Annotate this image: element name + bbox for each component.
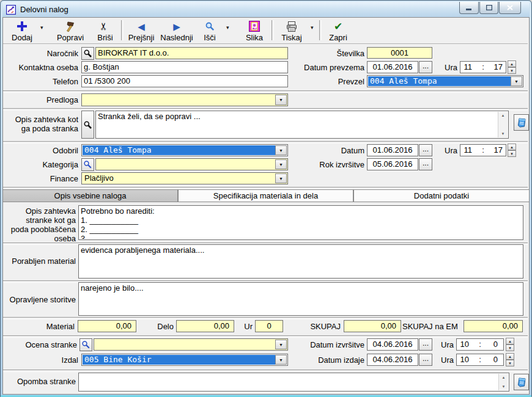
ura-mm[interactable]: 17 <box>490 145 506 156</box>
spin-up-button[interactable]: ▲ <box>508 144 516 150</box>
izdal-combobox[interactable]: 005 Bine Košir ▼ <box>81 354 288 366</box>
izdal-selected-value: 005 Bine Košir <box>83 355 276 365</box>
chevron-down-icon[interactable]: ▼ <box>275 95 287 105</box>
add-dropdown-arrow[interactable]: ▾ <box>40 24 43 31</box>
chevron-down-icon[interactable]: ▼ <box>275 173 287 183</box>
ura-prevzema-input[interactable]: 11 : 17 <box>460 61 506 73</box>
spin-down-button[interactable]: ▼ <box>508 150 516 157</box>
scroll-up-icon[interactable]: ▲ <box>502 374 506 381</box>
ocena-stranke-search-button[interactable] <box>79 338 92 351</box>
ura-input[interactable]: 11 : 17 <box>460 144 506 156</box>
telefon-input[interactable]: 01 /5300 200 <box>81 75 288 87</box>
opravljene-storitve-textarea[interactable]: narejeno je bilo.... <box>78 282 523 316</box>
scroll-down-icon[interactable]: ▼ <box>502 383 506 390</box>
ocena-stranke-combobox[interactable]: ▼ <box>94 338 288 351</box>
scroll-up-icon[interactable]: ▲ <box>501 112 505 119</box>
delete-button[interactable]: ✂ Briši <box>92 19 119 42</box>
magnifier-icon <box>81 340 91 349</box>
opomba-stranke-notes-button[interactable] <box>514 374 529 390</box>
scrollbar[interactable]: ▲ ▼ <box>498 112 508 137</box>
spin-up-button[interactable]: ▲ <box>506 338 514 344</box>
search-label: Išči <box>204 34 216 42</box>
tab-dodatni-podatki[interactable]: Dodatni podatki <box>353 189 530 202</box>
kategorija-combobox[interactable]: ▼ <box>95 158 288 170</box>
next-button[interactable]: ▶ Naslednji <box>158 19 196 42</box>
opomba-stranke-textarea[interactable]: ▲ ▼ <box>78 373 509 392</box>
predloga-combobox[interactable]: ▼ <box>81 93 288 106</box>
ura-izvrsitve-mm[interactable]: 0 <box>488 339 503 350</box>
narocnik-search-button[interactable] <box>81 47 94 60</box>
rok-izvrsitve-input[interactable]: 05.06.2016 <box>367 158 418 170</box>
search-dropdown-arrow[interactable]: ▾ <box>226 24 229 31</box>
stevilka-input[interactable]: 0001 <box>367 47 432 59</box>
ura-izdaje-hh[interactable]: 10 <box>457 354 472 365</box>
datum-input[interactable]: 01.06.2016 <box>367 144 418 156</box>
skupaj-label: SKUPAJ <box>292 322 341 331</box>
datum-izdaje-picker-button[interactable]: ... <box>419 354 432 366</box>
datum-izdaje-input[interactable]: 04.06.2016 <box>367 354 418 366</box>
spin-down-button[interactable]: ▼ <box>506 344 514 351</box>
chevron-down-icon[interactable]: ▼ <box>511 76 522 86</box>
maximize-button[interactable] <box>479 2 498 14</box>
opis-zahtevka-notes-button[interactable] <box>514 114 529 131</box>
datum-picker-button[interactable]: ... <box>419 144 432 156</box>
telefon-label: Telefon <box>0 77 78 86</box>
material-input[interactable]: 0,00 <box>78 320 136 332</box>
close-button[interactable] <box>499 2 521 14</box>
ura-izvrsitve-hh[interactable]: 10 <box>457 339 472 350</box>
spin-down-button[interactable]: ▼ <box>508 67 516 74</box>
ur-input[interactable]: 0 <box>255 320 283 332</box>
title-bar[interactable]: Delovni nalog <box>2 2 530 17</box>
porabljen-material-textarea[interactable]: evidenca porabljenega materiala.... <box>78 244 523 279</box>
kontaktna-oseba-input[interactable]: g. Boštjan <box>81 61 288 73</box>
tab-label: Dodatni podatki <box>414 191 469 200</box>
close-form-button[interactable]: ✔ Zapri <box>324 19 352 42</box>
spin-up-button[interactable]: ▲ <box>506 353 514 360</box>
ura-hh[interactable]: 11 <box>460 145 476 156</box>
prevzel-label: Prevzel <box>287 77 364 86</box>
opis-zahtevka-search-button[interactable] <box>81 111 94 139</box>
tab-specifikacija-materiala[interactable]: Specifikacija materiala in dela <box>178 189 353 202</box>
opis-zahtevka-stranke-textarea[interactable]: Potrebno bo narediti: 1. ___________ 2. … <box>78 205 523 240</box>
add-button[interactable]: Dodaj <box>5 19 39 42</box>
spin-down-button[interactable]: ▼ <box>506 360 514 366</box>
print-button[interactable]: Tiskaj <box>276 19 308 42</box>
chevron-down-icon[interactable]: ▼ <box>275 355 287 365</box>
minimize-button[interactable] <box>459 2 479 14</box>
finance-combobox[interactable]: Plačljivo ▼ <box>81 172 288 184</box>
previous-button[interactable]: ◀ Prejšnji <box>125 19 158 42</box>
rok-izvrsitve-picker-button[interactable]: ... <box>419 158 432 170</box>
edit-button[interactable]: Popravi <box>53 19 88 42</box>
datum-prevzema-picker-button[interactable]: ... <box>419 61 432 73</box>
window-controls <box>459 2 521 14</box>
datum-izvrsitve-picker-button[interactable]: ... <box>419 338 432 351</box>
datum-izvrsitve-input[interactable]: 04.06.2016 <box>367 338 418 351</box>
ura-izvrsitve-input[interactable]: 10 : 0 <box>456 338 504 351</box>
picture-button[interactable]: Slika <box>241 19 268 42</box>
ura-prevzema-hh[interactable]: 11 <box>460 62 476 73</box>
narocnik-input[interactable]: BIROKRAT IT d.o.o. <box>95 47 288 59</box>
odobril-label: Odobril <box>0 146 78 155</box>
odobril-combobox[interactable]: 004 Aleš Tompa ▼ <box>81 144 288 156</box>
ura-izdaje-label: Ura <box>434 355 454 365</box>
tab-opis-vsebine-naloga[interactable]: Opis vsebine naloga <box>2 189 178 202</box>
ura-izdaje-mm[interactable]: 0 <box>488 354 503 365</box>
ura-izdaje-input[interactable]: 10 : 0 <box>456 354 504 366</box>
delo-input[interactable]: 0,00 <box>176 320 234 332</box>
print-dropdown-arrow[interactable]: ▾ <box>311 24 314 31</box>
scrollbar[interactable]: ▲ ▼ <box>498 374 508 390</box>
prevzel-combobox[interactable]: 004 Aleš Tompa ▼ <box>367 75 523 87</box>
kategorija-search-button[interactable] <box>81 158 94 171</box>
scroll-down-icon[interactable]: ▼ <box>501 130 505 137</box>
opis-zahtevka-textarea[interactable]: Stranka želi, da se popravi ... ▲ ▼ <box>95 111 509 139</box>
skupaj-na-em-input[interactable]: 0,00 <box>464 320 523 332</box>
ura-prevzema-mm[interactable]: 17 <box>490 62 506 73</box>
datum-prevzema-input[interactable]: 01.06.2016 <box>367 61 418 73</box>
spin-up-button[interactable]: ▲ <box>508 60 516 67</box>
chevron-down-icon[interactable]: ▼ <box>275 340 287 349</box>
chevron-down-icon[interactable]: ▼ <box>275 145 287 155</box>
chevron-down-icon[interactable]: ▼ <box>275 159 287 169</box>
skupaj-input[interactable]: 0,00 <box>344 320 401 332</box>
kategorija-selected-value <box>97 159 276 169</box>
search-button[interactable]: Išči <box>198 19 221 42</box>
